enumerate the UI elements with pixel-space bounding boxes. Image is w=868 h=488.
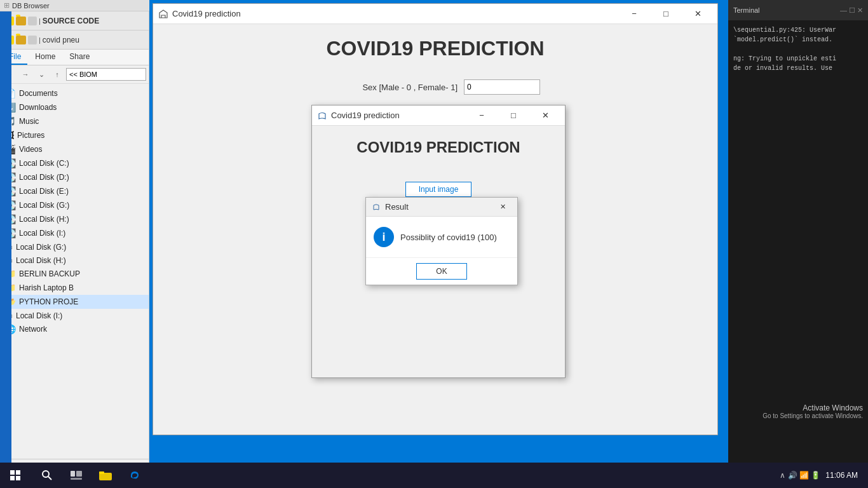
nav-forward[interactable]: → bbox=[18, 67, 32, 81]
taskbar: ∧ 🔊 📶 🔋 11:06 AM bbox=[0, 463, 868, 488]
file-tree: 📄 Documents ⬇️ Downloads 🎵 Music 🖼 Pictu… bbox=[0, 84, 149, 459]
toolbar-separator2: | bbox=[39, 36, 41, 44]
taskbar-edge[interactable] bbox=[121, 463, 149, 488]
overlay-minimize-btn[interactable]: − bbox=[467, 106, 496, 125]
overlay-app-title: COVID19 PREDICTION bbox=[356, 139, 520, 156]
sex-label: Sex [Male - 0 , Female- 1] bbox=[330, 83, 458, 92]
taskbar-search[interactable] bbox=[33, 463, 61, 488]
result-message: Possiblity of covid19 (100) bbox=[400, 233, 497, 242]
taskbar-taskview[interactable] bbox=[62, 463, 90, 488]
berlin-label: BERLIN BACKUP bbox=[19, 269, 80, 278]
tree-item-downloads[interactable]: ⬇️ Downloads bbox=[0, 100, 149, 114]
svg-rect-3 bbox=[16, 476, 20, 480]
disk-e-label: Local Disk (E:) bbox=[19, 187, 69, 196]
terminal-title: Terminal bbox=[733, 6, 760, 14]
activate-sub: Go to Settings to activate Windows. bbox=[733, 412, 863, 419]
ok-button[interactable]: OK bbox=[416, 263, 467, 280]
time-display: 11:06 AM bbox=[825, 471, 858, 480]
overlay-close-btn[interactable]: ✕ bbox=[531, 106, 560, 125]
result-body: i Possiblity of covid19 (100) bbox=[366, 217, 517, 257]
file-explorer: | SOURCE CODE | covid pneu File Home Sha… bbox=[0, 11, 149, 474]
start-button[interactable] bbox=[0, 463, 31, 488]
tree-item-disk-i[interactable]: 💽 Local Disk (I:) bbox=[0, 226, 149, 240]
left-strip bbox=[0, 0, 11, 463]
svg-rect-7 bbox=[76, 471, 82, 477]
system-clock: 11:06 AM bbox=[825, 471, 868, 480]
disk-h-label: Local Disk (H:) bbox=[19, 215, 69, 224]
overlay-app-icon bbox=[317, 111, 327, 121]
ribbon: File Home Share bbox=[0, 50, 149, 65]
pictures-label: Pictures bbox=[17, 131, 44, 140]
terminal-controls: — ☐ ✕ bbox=[840, 6, 863, 15]
tree-item-pictures[interactable]: 🖼 Pictures bbox=[0, 128, 149, 142]
nav-path[interactable]: << BIOM bbox=[66, 68, 146, 81]
fe-title-2: covid pneu bbox=[43, 36, 79, 44]
form-row-sex: Sex [Male - 0 , Female- 1] bbox=[166, 79, 705, 95]
terminal-window: Terminal — ☐ ✕ \sequential.py:425: UserW… bbox=[728, 0, 868, 463]
tree-item-disk-g[interactable]: 💽 Local Disk (G:) bbox=[0, 198, 149, 212]
tree-item-videos[interactable]: 🎬 Videos bbox=[0, 142, 149, 156]
svg-rect-2 bbox=[10, 476, 15, 480]
tree-item-berlin[interactable]: 📁 BERLIN BACKUP bbox=[0, 267, 149, 281]
tab-share[interactable]: Share bbox=[63, 50, 96, 65]
result-titlebar: Result ✕ bbox=[366, 198, 517, 217]
toolbar-item2 bbox=[28, 36, 37, 44]
tree-item-disk-e[interactable]: 💽 Local Disk (E:) bbox=[0, 184, 149, 198]
tree-item-disk-h[interactable]: 💽 Local Disk (H:) bbox=[0, 212, 149, 226]
result-app-icon bbox=[371, 202, 381, 212]
fe-title-1: SOURCE CODE bbox=[43, 17, 99, 25]
systray: ∧ 🔊 📶 🔋 bbox=[780, 471, 825, 480]
tree-item-network[interactable]: 🌐 Network bbox=[0, 322, 149, 336]
main-window-controls: − □ ✕ bbox=[620, 4, 712, 24]
tree-item-documents[interactable]: 📄 Documents bbox=[0, 86, 149, 100]
overlay-maximize-btn[interactable]: □ bbox=[499, 106, 528, 125]
svg-point-4 bbox=[43, 471, 49, 477]
result-close-btn[interactable]: ✕ bbox=[493, 200, 512, 215]
tree-item-disk-c[interactable]: 💽 Local Disk (C:) bbox=[0, 156, 149, 170]
sex-input[interactable] bbox=[464, 79, 540, 95]
disk-c-label: Local Disk (C:) bbox=[19, 159, 69, 168]
main-window-titlebar: Covid19 prediction − □ ✕ bbox=[153, 4, 717, 24]
systray-icons: ∧ 🔊 📶 🔋 bbox=[780, 471, 820, 480]
result-title: Result bbox=[385, 202, 489, 212]
disk-i-label: Local Disk (I:) bbox=[19, 229, 65, 238]
disk-h2-label: Local Disk (H:) bbox=[16, 256, 66, 265]
terminal-titlebar: Terminal — ☐ ✕ bbox=[728, 0, 868, 20]
documents-label: Documents bbox=[19, 89, 58, 98]
main-maximize-btn[interactable]: □ bbox=[651, 4, 681, 24]
toolbar-item bbox=[28, 17, 37, 25]
taskbar-file-explorer[interactable] bbox=[92, 463, 119, 488]
tree-item-disk-d[interactable]: 💽 Local Disk (D:) bbox=[0, 170, 149, 184]
tree-item-python[interactable]: 📂 PYTHON PROJE bbox=[0, 295, 149, 309]
db-browser-tab[interactable]: ⊞ DB Browser bbox=[0, 0, 149, 11]
svg-rect-0 bbox=[10, 470, 15, 475]
tree-item-harish[interactable]: 📁 Harish Laptop B bbox=[0, 281, 149, 295]
ribbon-tabs: File Home Share bbox=[0, 50, 149, 65]
overlay-titlebar: Covid19 prediction − □ ✕ bbox=[312, 105, 565, 126]
downloads-label: Downloads bbox=[19, 103, 57, 112]
folder-icon-4 bbox=[16, 36, 26, 44]
fe-toolbar-row1: | SOURCE CODE bbox=[0, 11, 149, 30]
result-message-row: i Possiblity of covid19 (100) bbox=[374, 227, 510, 247]
main-app-icon bbox=[158, 9, 168, 19]
terminal-content: \sequential.py:425: UserWar `model.predi… bbox=[728, 20, 868, 78]
toolbar-separator: | bbox=[39, 17, 41, 25]
terminal-line-3 bbox=[733, 44, 863, 54]
activate-windows: Activate Windows Go to Settings to activ… bbox=[728, 398, 868, 424]
disk-d-label: Local Disk (D:) bbox=[19, 173, 69, 182]
main-minimize-btn[interactable]: − bbox=[620, 4, 649, 24]
tree-item-disk-h2[interactable]: ▭ Local Disk (H:) bbox=[0, 254, 149, 267]
input-image-button[interactable]: Input image bbox=[405, 182, 472, 197]
tree-item-music[interactable]: 🎵 Music bbox=[0, 114, 149, 128]
main-app-title: COVID19 PREDICTION bbox=[326, 37, 544, 60]
main-close-btn[interactable]: ✕ bbox=[683, 4, 712, 24]
nav-path-text: << BIOM bbox=[69, 71, 97, 78]
svg-rect-10 bbox=[99, 471, 104, 474]
db-browser-label: DB Browser bbox=[12, 2, 50, 10]
nav-up[interactable]: ↑ bbox=[50, 67, 64, 81]
activate-title: Activate Windows bbox=[733, 403, 863, 412]
tree-item-disk-i2[interactable]: ▭ Local Disk (I:) bbox=[0, 309, 149, 322]
tree-item-disk-g2[interactable]: ▭ Local Disk (G:) bbox=[0, 240, 149, 254]
tab-home[interactable]: Home bbox=[29, 50, 62, 65]
nav-dropdown[interactable]: ⌄ bbox=[34, 67, 48, 81]
